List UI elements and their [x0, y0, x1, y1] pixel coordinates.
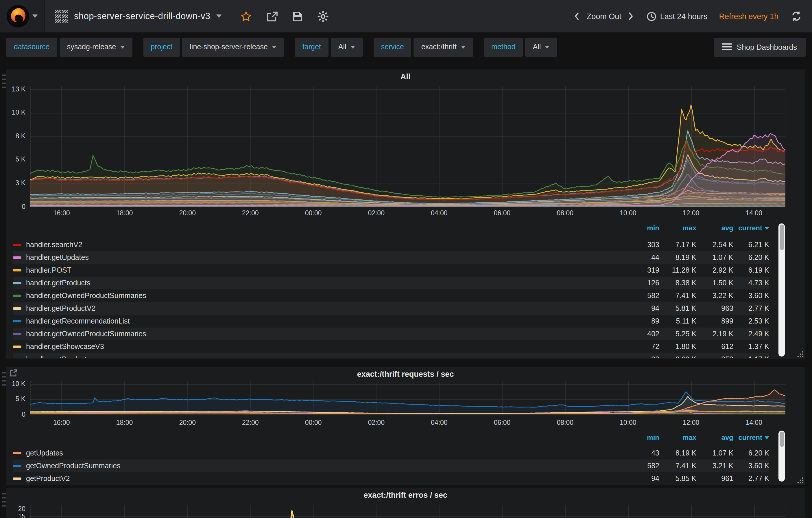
legend-column-max[interactable]: max: [659, 434, 696, 442]
y-axis-label: 0: [1, 410, 25, 419]
legend-series-name[interactable]: handler.getProduct: [26, 355, 621, 358]
scrollbar-thumb[interactable]: [779, 224, 784, 250]
legend-series-name[interactable]: getProductV2: [26, 474, 621, 483]
panel-title[interactable]: exact:/thrift requests / sec: [6, 370, 805, 379]
legend-color-swatch[interactable]: [13, 269, 21, 271]
legend-color-swatch[interactable]: [13, 333, 21, 335]
legend-color-swatch[interactable]: [13, 465, 21, 467]
legend-stat-value: 3.60 K: [733, 292, 769, 300]
legend-row: getOwnedProductSummaries5827.41 K3.21 K3…: [13, 460, 769, 472]
legend-color-swatch[interactable]: [13, 478, 21, 480]
template-variable-service: serviceexact:/thrift: [374, 37, 473, 56]
legend-series-name[interactable]: handler.searchV2: [26, 241, 621, 249]
shop-dashboards-button[interactable]: Shop Dashboards: [714, 37, 806, 56]
divider: [230, 0, 231, 32]
legend-column-label: max: [683, 434, 696, 442]
legend-column-avg[interactable]: avg: [696, 224, 733, 232]
zoom-out-button[interactable]: Zoom Out: [587, 12, 621, 21]
legend-color-swatch[interactable]: [13, 320, 21, 322]
legend-series-name[interactable]: handler.POST: [26, 266, 621, 274]
legend-column-min[interactable]: min: [621, 224, 659, 232]
legend-stat-value: 7.17 K: [659, 241, 696, 249]
legend-row: handler.getRecommendationList895.11 K899…: [13, 315, 769, 328]
share-button[interactable]: [266, 11, 277, 21]
variable-value-dropdown[interactable]: All: [525, 37, 557, 56]
series-line[interactable]: [30, 513, 785, 518]
series-area: [30, 140, 785, 207]
legend-color-swatch[interactable]: [13, 307, 21, 310]
panel-title-text: All: [401, 72, 411, 81]
legend-stat-value: 126: [621, 279, 659, 287]
legend-rows: handler.searchV23037.17 K2.54 K6.21 Khan…: [13, 239, 769, 358]
panel-title[interactable]: exact:/thrift erros / sec: [6, 491, 805, 499]
legend-stat-value: 3.22 K: [696, 292, 733, 300]
legend-stat-value: 7.41 K: [659, 462, 696, 470]
variable-value-text: All: [533, 43, 541, 51]
variable-label: method: [484, 37, 523, 56]
legend-scrollbar[interactable]: [779, 431, 785, 482]
external-link-icon[interactable]: [10, 369, 17, 377]
variable-value-dropdown[interactable]: exact:/thrift: [414, 37, 473, 56]
y-axis-label: 20: [1, 505, 25, 513]
time-range-picker[interactable]: Last 24 hours: [647, 11, 707, 21]
legend-column-max[interactable]: max: [659, 224, 696, 232]
template-variable-method: methodAll: [484, 37, 557, 56]
x-axis-label: 20:00: [171, 210, 204, 216]
refresh-button[interactable]: [791, 11, 802, 21]
legend-column-current[interactable]: current: [733, 434, 769, 442]
legend-scrollbar[interactable]: [779, 223, 785, 356]
legend-color-swatch[interactable]: [13, 244, 21, 246]
panel-title[interactable]: All: [6, 72, 805, 81]
legend-color-swatch[interactable]: [13, 256, 21, 259]
legend-color-swatch[interactable]: [13, 282, 21, 284]
legend-row: getProductV2945.85 K9612.77 K: [13, 472, 769, 484]
variable-value-dropdown[interactable]: All: [331, 37, 362, 56]
resize-handle-icon[interactable]: [796, 476, 804, 484]
save-button[interactable]: [292, 11, 302, 21]
x-axis-label: 10:00: [612, 419, 644, 426]
legend-stat-value: 402: [621, 330, 659, 338]
legend-column-min[interactable]: min: [621, 434, 659, 442]
legend-stat-value: 2.77 K: [733, 304, 769, 312]
legend-series-name[interactable]: handler.getProducts: [26, 279, 621, 287]
legend-color-swatch[interactable]: [13, 346, 21, 348]
legend-row: handler.searchV23037.17 K2.54 K6.21 K: [13, 239, 769, 251]
resize-handle-icon[interactable]: [796, 350, 804, 358]
x-axis-label: 12:00: [675, 210, 707, 216]
time-shift-left-button[interactable]: [574, 11, 580, 21]
time-shift-right-button[interactable]: [628, 11, 634, 21]
legend-series-name[interactable]: handler.getShowcaseV3: [26, 343, 621, 351]
chart-canvas[interactable]: [30, 86, 785, 207]
dashboard-picker[interactable]: shop-server-service-drill-down-v3: [55, 10, 221, 23]
legend-stat-value: 303: [621, 241, 659, 249]
y-axis-label: 13 K: [1, 85, 25, 93]
legend-column-avg[interactable]: avg: [696, 434, 733, 442]
legend-stat-value: 582: [621, 292, 659, 300]
chart-canvas[interactable]: [30, 505, 785, 518]
legend-stat-value: 6.20 K: [733, 253, 769, 262]
variable-value-dropdown[interactable]: sysadg-release: [60, 37, 133, 56]
legend-stat-value: 3.69 K: [659, 355, 696, 358]
star-button[interactable]: [240, 11, 251, 21]
scrollbar-thumb[interactable]: [779, 432, 784, 447]
settings-button[interactable]: [317, 11, 328, 22]
refresh-interval-button[interactable]: Refresh every 1h: [719, 12, 779, 21]
legend-column-current[interactable]: current: [733, 224, 769, 232]
legend-series-name[interactable]: getOwnedProductSummaries: [26, 462, 621, 470]
legend-row: handler.getShowcaseV3721.80 K6121.37 K: [13, 340, 769, 353]
legend-series-name[interactable]: handler.getOwnedProductSummaries: [26, 330, 621, 338]
chart-canvas[interactable]: [30, 381, 785, 414]
grafana-menu-button[interactable]: [0, 0, 45, 32]
x-axis-label: 04:00: [423, 210, 456, 216]
variable-value-dropdown[interactable]: line-shop-server-release: [182, 37, 284, 56]
x-axis-label: 06:00: [486, 419, 519, 426]
legend-series-name[interactable]: handler.getUpdates: [26, 253, 621, 262]
legend-color-swatch[interactable]: [13, 295, 21, 297]
legend-series-name[interactable]: handler.getProductV2: [26, 304, 621, 312]
legend-row: getUpdates438.19 K1.07 K6.20 K: [13, 447, 769, 460]
legend-series-name[interactable]: handler.getRecommendationList: [26, 317, 621, 325]
share-icon: [266, 11, 277, 21]
legend-series-name[interactable]: getUpdates: [26, 449, 621, 457]
legend-series-name[interactable]: handler.getOwnedProductSummaries: [26, 292, 621, 300]
legend-color-swatch[interactable]: [13, 452, 21, 454]
